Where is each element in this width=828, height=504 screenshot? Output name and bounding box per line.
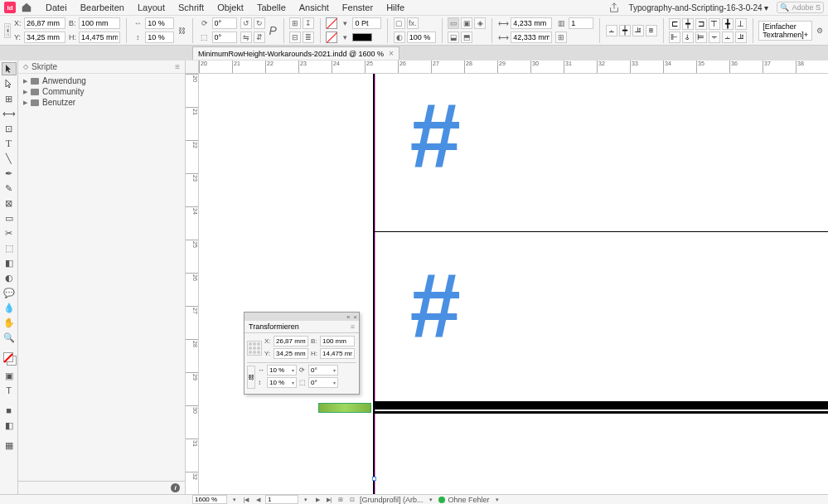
note-tool[interactable]: 💬: [2, 286, 17, 299]
menu-hilfe[interactable]: Hilfe: [380, 2, 411, 12]
constrain-icon[interactable]: ⛓: [177, 25, 186, 36]
fill-dropdown-icon[interactable]: ▾: [339, 17, 351, 29]
menu-fenster[interactable]: Fenster: [336, 2, 380, 12]
shear-input[interactable]: [212, 32, 237, 43]
info-icon[interactable]: i: [171, 483, 180, 492]
menu-datei[interactable]: Datei: [39, 2, 74, 12]
dist-left-icon[interactable]: ⊩: [669, 32, 680, 43]
col-width-input[interactable]: [511, 17, 552, 29]
hand-tool[interactable]: ✋: [2, 316, 17, 329]
wrap-column-icon[interactable]: ⬒: [461, 32, 472, 43]
selected-object-handle[interactable]: [318, 403, 371, 413]
stroke-weight-input[interactable]: [352, 17, 381, 29]
tp-scale-x[interactable]: 10 %: [267, 365, 297, 376]
formatting-container-icon[interactable]: ▣: [2, 369, 17, 382]
vertical-ruler[interactable]: 20212223242526272829303132333435: [186, 74, 199, 494]
flip-h-icon[interactable]: ⇋: [240, 32, 252, 43]
selection-marker[interactable]: [372, 477, 376, 481]
w-input[interactable]: [79, 17, 120, 29]
menu-layout[interactable]: Layout: [131, 2, 172, 12]
text-options-icon[interactable]: ⊞: [289, 17, 301, 29]
apply-gradient-icon[interactable]: ◧: [2, 419, 17, 432]
vertical-text-icon[interactable]: ⊟: [289, 32, 301, 43]
tp-b-input[interactable]: [320, 336, 355, 346]
align-bottom2-icon[interactable]: ⊥: [735, 18, 747, 30]
line-tool[interactable]: ╲: [2, 152, 17, 165]
x-input[interactable]: [24, 17, 65, 29]
error-status[interactable]: Ohne Fehler: [448, 496, 490, 504]
formatting-text-icon[interactable]: T: [2, 384, 17, 397]
columns-icon[interactable]: ≣: [303, 32, 314, 43]
transform-reference-point[interactable]: [247, 341, 262, 356]
rectangle-frame-tool[interactable]: ⊠: [2, 196, 17, 210]
first-page-icon[interactable]: |◀: [242, 496, 250, 504]
pen-tool[interactable]: ✒: [2, 167, 17, 180]
open-icon[interactable]: ⊡: [348, 496, 356, 504]
dist-top-icon[interactable]: ⫟: [709, 32, 720, 43]
help-search[interactable]: 🔍 Adobe S: [777, 2, 824, 13]
align-top-icon[interactable]: ⫠: [606, 25, 617, 36]
gradient-feather-tool[interactable]: ◐: [2, 271, 17, 284]
pencil-tool[interactable]: ✎: [2, 182, 17, 195]
tp-scale-y[interactable]: 10 %: [267, 377, 297, 388]
page-tool[interactable]: ⊞: [2, 92, 17, 105]
zoom-input[interactable]: [192, 495, 227, 504]
eyedropper-tool[interactable]: 💧: [2, 301, 17, 314]
drop-shadow-icon[interactable]: ▢: [394, 17, 405, 29]
scissors-tool[interactable]: ✂: [2, 226, 17, 240]
stroke-swatch[interactable]: [326, 32, 337, 43]
align-justify-v-icon[interactable]: ≡: [646, 25, 657, 36]
selection-tool[interactable]: [2, 62, 17, 75]
horizontal-ruler[interactable]: 2021222324252627282930313233343536373839…: [199, 61, 828, 74]
type-tool[interactable]: T: [2, 137, 17, 150]
page-input[interactable]: [265, 495, 298, 504]
auto-size-icon[interactable]: ↧: [303, 17, 314, 29]
document-tab[interactable]: MinimumRowHeight-Workarounds-2021.indd @…: [192, 46, 399, 60]
scripts-panel-header[interactable]: ◇ Skripte ≡: [18, 61, 185, 74]
fx-icon[interactable]: fx.: [407, 17, 419, 29]
gutter-input[interactable]: [511, 32, 552, 43]
free-transform-tool[interactable]: ⬚: [2, 241, 17, 254]
home-icon[interactable]: [21, 2, 32, 13]
align-hcenter-icon[interactable]: ┿: [682, 18, 694, 30]
menu-bearbeiten[interactable]: Bearbeiten: [74, 2, 131, 12]
dist-right-icon[interactable]: ⊨: [695, 32, 707, 43]
fill-swatch[interactable]: [326, 17, 337, 29]
transform-tab[interactable]: Transformieren ≡: [245, 321, 359, 333]
opacity-input[interactable]: [407, 32, 436, 43]
dist-vcenter-icon[interactable]: ⫠: [722, 32, 734, 43]
tree-item-community[interactable]: ▶Community: [20, 86, 183, 97]
opacity-icon[interactable]: ◐: [394, 32, 405, 43]
tp-rotate[interactable]: 0°: [308, 365, 338, 376]
align-right-icon[interactable]: ⊐: [695, 18, 707, 30]
dist-bottom-icon[interactable]: ⫡: [735, 32, 747, 43]
gap-tool[interactable]: ⟷: [2, 107, 17, 120]
tp-h-input[interactable]: [320, 348, 355, 359]
menu-tabelle[interactable]: Tabelle: [250, 2, 293, 12]
p-orientation-icon[interactable]: P: [269, 25, 278, 36]
align-top2-icon[interactable]: ⊤: [709, 18, 720, 30]
next-page-icon[interactable]: ▶: [313, 496, 322, 504]
apply-color-icon[interactable]: ■: [2, 404, 17, 417]
frame-options-icon[interactable]: ⚙: [816, 25, 824, 36]
rotate-ccw-icon[interactable]: ↺: [240, 17, 252, 29]
zoom-tool[interactable]: 🔍: [2, 331, 17, 344]
close-tab-icon[interactable]: ×: [389, 49, 394, 58]
panel-menu-icon[interactable]: ≡: [351, 322, 355, 331]
wrap-jump-icon[interactable]: ⬓: [448, 32, 459, 43]
profile-status[interactable]: [Grundprofil] (Arb...: [360, 496, 424, 504]
share-icon[interactable]: [608, 2, 620, 13]
align-left-icon[interactable]: ⊏: [669, 18, 680, 30]
ruler-origin[interactable]: [186, 61, 199, 74]
stroke-dropdown-icon[interactable]: ▾: [339, 32, 351, 43]
constrain-scale-icon[interactable]: ⛓: [247, 366, 255, 389]
menu-ansicht[interactable]: Ansicht: [293, 2, 336, 12]
flip-v-icon[interactable]: ⇵: [254, 32, 265, 43]
menu-objekt[interactable]: Objekt: [211, 2, 250, 12]
guide-vertical[interactable]: [375, 74, 375, 494]
dist-hcenter-icon[interactable]: ⫰: [682, 32, 694, 43]
tp-x-input[interactable]: [274, 336, 308, 346]
direct-selection-tool[interactable]: [2, 77, 17, 90]
align-vcenter-icon[interactable]: ╋: [722, 18, 734, 30]
frame-options-dropdown[interactable]: [Einfacher Textrahmen]+: [758, 21, 812, 41]
